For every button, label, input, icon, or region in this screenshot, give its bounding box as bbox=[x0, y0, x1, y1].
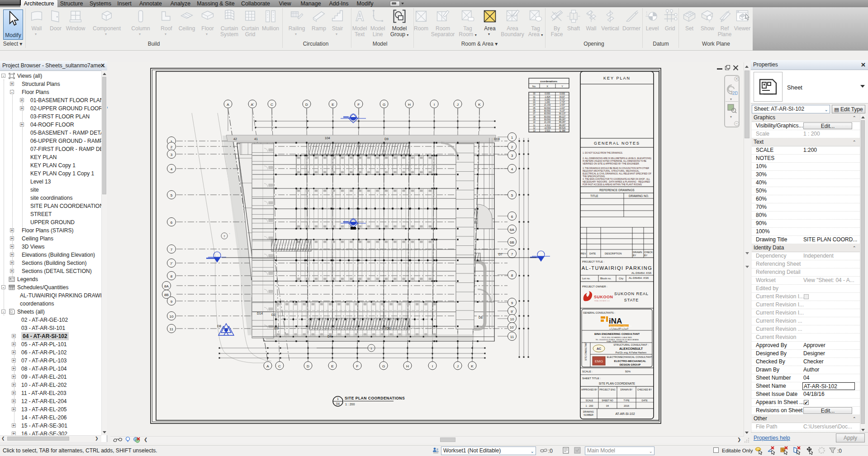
svg-text:07: 07 bbox=[533, 113, 536, 115]
svg-text:12: 12 bbox=[533, 127, 536, 129]
svg-text:GENERAL CONSULTANTS :: GENERAL CONSULTANTS : bbox=[583, 311, 615, 314]
svg-text:J: J bbox=[457, 364, 459, 368]
svg-text:9: 9 bbox=[171, 300, 173, 304]
svg-text:SCALE: SCALE bbox=[586, 399, 593, 402]
svg-text:42: 42 bbox=[233, 137, 237, 141]
svg-text:FOR FAST ACCESS & AREAS WITHIN: FOR FAST ACCESS & AREAS WITHIN THE PLANT… bbox=[583, 183, 642, 186]
svg-text:02: 02 bbox=[533, 99, 536, 101]
svg-text:SITE CONSULTANT: SITE CONSULTANT bbox=[585, 342, 587, 361]
svg-text:No.: No. bbox=[532, 85, 536, 88]
svg-text:04: 04 bbox=[336, 402, 340, 405]
svg-text:DRAWING: DRAWING bbox=[583, 410, 594, 413]
svg-text:03: 03 bbox=[533, 101, 536, 103]
svg-text:DATE: DATE bbox=[589, 252, 596, 255]
svg-text:2: 2 bbox=[171, 145, 173, 149]
svg-text:DESIGN GROUP: DESIGN GROUP bbox=[620, 363, 641, 366]
svg-text:NUMBER: NUMBER bbox=[583, 414, 593, 416]
svg-text:9: 9 bbox=[511, 301, 513, 305]
svg-text:City: City bbox=[619, 277, 623, 280]
svg-text:90.137: 90.137 bbox=[559, 113, 565, 115]
svg-text:PROJECT TITLE :: PROJECT TITLE : bbox=[582, 260, 604, 263]
svg-text:4: 4 bbox=[171, 167, 173, 171]
svg-text:11: 11 bbox=[170, 327, 174, 331]
svg-text:1: 1 bbox=[337, 397, 339, 400]
svg-text:21.193: 21.193 bbox=[544, 121, 550, 123]
svg-text:DESCRIPTION: DESCRIPTION bbox=[605, 252, 622, 255]
svg-text:SITE PLAN COORDENATE: SITE PLAN COORDENATE bbox=[599, 382, 636, 385]
svg-text:AT-AR-SI-102: AT-AR-SI-102 bbox=[615, 412, 635, 415]
svg-text:DRAWN: DRAWN bbox=[633, 251, 642, 254]
svg-text:0.000: 0.000 bbox=[545, 93, 550, 95]
svg-text:8: 8 bbox=[511, 273, 513, 277]
svg-text:TYPE: TYPE bbox=[623, 399, 630, 402]
svg-text:1.437: 1.437 bbox=[560, 107, 565, 109]
svg-text:2D: 2D bbox=[732, 91, 738, 96]
svg-text:RELEVANT ARCHITECTURAL, STRUCT: RELEVANT ARCHITECTURAL, STRUCTURAL, MECH… bbox=[583, 170, 640, 172]
svg-text:AC: AC bbox=[597, 347, 601, 350]
svg-text:APPROVED BY: APPROVED BY bbox=[581, 388, 598, 391]
svg-text:6: 6 bbox=[171, 221, 173, 225]
svg-text:1 : 200: 1 : 200 bbox=[345, 403, 355, 406]
svg-text:K: K bbox=[478, 103, 481, 107]
svg-text:5: 5 bbox=[511, 193, 513, 197]
svg-text:AL-D6H6H -KS6: AL-D6H6H -KS6 bbox=[629, 277, 649, 279]
svg-text:ENGINEERING CONSULTING: ENGINEERING CONSULTING bbox=[610, 325, 631, 327]
svg-text:!: ! bbox=[646, 10, 647, 14]
svg-text:5.737: 5.737 bbox=[560, 99, 565, 101]
svg-text:F: F bbox=[356, 364, 359, 368]
svg-text:CHECK.: CHECK. bbox=[644, 251, 654, 254]
svg-text:89.287: 89.287 bbox=[559, 124, 565, 127]
svg-text:Aʼ: Aʼ bbox=[251, 103, 254, 107]
svg-text:C: C bbox=[270, 103, 273, 107]
svg-text:3: 3 bbox=[511, 154, 513, 158]
svg-text:5: 5 bbox=[171, 193, 173, 197]
svg-text:-10.554: -10.554 bbox=[544, 127, 551, 129]
svg-text:SCALE :: SCALE : bbox=[582, 370, 593, 373]
svg-text:I: I bbox=[434, 103, 435, 107]
svg-text:Prof.Dr.-eng. Al Fahar Hashem: Prof.Dr.-eng. Al Fahar Hashem bbox=[616, 351, 646, 354]
svg-text:A: A bbox=[266, 364, 269, 368]
svg-text:11: 11 bbox=[510, 335, 514, 339]
svg-text:7ʼ: 7ʼ bbox=[170, 262, 173, 266]
svg-text:8: 8 bbox=[171, 274, 173, 278]
svg-text:6B: 6B bbox=[510, 240, 514, 244]
svg-text:89.287: 89.287 bbox=[559, 118, 565, 121]
svg-text:VERIFIED ON SITE & APPROVED BY: VERIFIED ON SITE & APPROVED BY THE ENGIN… bbox=[583, 163, 640, 165]
svg-text:K: K bbox=[471, 364, 474, 368]
svg-text:EMAIL: BINA@GMAIL.COM: EMAIL: BINA@GMAIL.COM bbox=[607, 341, 627, 343]
svg-text:4. THE MAIN CONTRACTOR TO COOR: 4. THE MAIN CONTRACTOR TO COORDINATE AS … bbox=[583, 178, 650, 180]
svg-text:7: 7 bbox=[511, 252, 513, 256]
svg-text:I: I bbox=[432, 364, 433, 368]
svg-text:EMG: EMG bbox=[595, 359, 603, 363]
svg-text:CHECKED BY: CHECKED BY bbox=[637, 388, 652, 391]
svg-text:PROF. ENG. MOHAMMED LUAI ALTAW: PROF. ENG. MOHAMMED LUAI ALTAWIL bbox=[602, 337, 632, 338]
svg-text:DRAWN BY: DRAWN BY bbox=[621, 388, 633, 391]
svg-text:8A: 8A bbox=[164, 284, 169, 288]
svg-text:4.137: 4.137 bbox=[560, 110, 565, 112]
svg-text:10: 10 bbox=[510, 317, 514, 321]
svg-text:ELECTRO-MECHANICAL: ELECTRO-MECHANICAL bbox=[614, 360, 646, 362]
svg-text:E: E bbox=[331, 364, 333, 368]
svg-text:العمارة اللإستشارات: العمارة اللإستشارات bbox=[609, 327, 628, 330]
svg-text:D08: D08 bbox=[494, 137, 500, 141]
svg-text:93.593: 93.593 bbox=[544, 107, 550, 109]
svg-text:X: X bbox=[546, 85, 548, 88]
svg-text:06: 06 bbox=[533, 110, 536, 112]
svg-text:1: 1 bbox=[511, 136, 513, 140]
svg-text:-1.824: -1.824 bbox=[544, 96, 550, 98]
svg-text:REFERENCE DRAWINGS: REFERENCE DRAWINGS bbox=[599, 188, 635, 192]
svg-text:8.037: 8.037 bbox=[560, 96, 565, 98]
svg-text:coordenations: coordenations bbox=[540, 80, 557, 83]
svg-text:D7: D7 bbox=[498, 253, 503, 256]
svg-text:SUKOON REAL: SUKOON REAL bbox=[614, 291, 649, 296]
svg-text:93.593: 93.593 bbox=[544, 118, 550, 121]
svg-text:REAL ESTATE CO.: REAL ESTATE CO. bbox=[594, 300, 610, 302]
svg-text:SUKOON: SUKOON bbox=[594, 295, 613, 299]
svg-text:D: D bbox=[305, 103, 308, 107]
svg-text:Lot no.: Lot no. bbox=[582, 277, 591, 280]
svg-text:STATE: STATE bbox=[624, 298, 639, 302]
svg-text:10ʼ: 10ʼ bbox=[510, 325, 515, 329]
svg-text:09: 09 bbox=[533, 118, 536, 121]
svg-text:G: G bbox=[382, 364, 385, 368]
svg-text:21.193: 21.193 bbox=[544, 104, 550, 106]
